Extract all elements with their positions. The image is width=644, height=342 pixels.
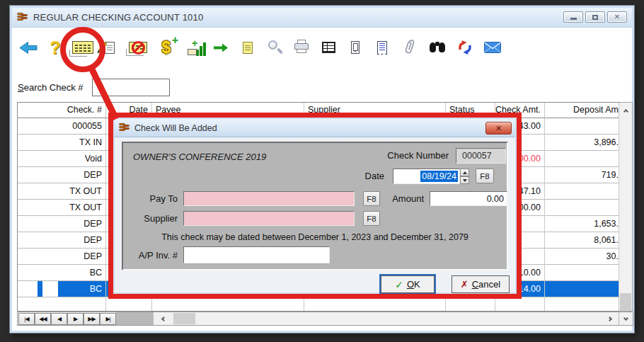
supplier-label: Supplier (123, 211, 178, 227)
vertical-scrollbar[interactable] (619, 102, 633, 312)
date-range-note: This check may be dated between December… (123, 232, 507, 242)
supplier-f8-button[interactable]: F8 (363, 211, 380, 226)
date-field[interactable]: 08/19/24 (393, 169, 460, 184)
minimize-icon (570, 18, 577, 20)
supplier-field[interactable] (183, 211, 355, 226)
check-number-label: Check Number (364, 148, 449, 164)
column-header[interactable]: Deposit Am (545, 103, 619, 118)
cell-check-no[interactable]: TX OUT (18, 183, 106, 200)
column-header[interactable]: Date (106, 103, 152, 118)
cell-check-no[interactable]: BC (18, 281, 106, 297)
pay-to-f8-button[interactable]: F8 (363, 191, 380, 206)
cell-empty (18, 297, 106, 312)
vcr-buttons: |◀◀◀◀▶▶▶▶| (18, 312, 116, 325)
cell-deposit[interactable] (545, 200, 619, 216)
cell-deposit[interactable] (545, 118, 619, 135)
dialog-title: Check Will Be Added (134, 123, 217, 133)
cell-empty (446, 297, 495, 312)
void-check-icon[interactable] (127, 37, 149, 58)
find-icon[interactable] (427, 37, 448, 58)
pay-to-field[interactable] (183, 191, 355, 206)
receipt-icon[interactable] (372, 37, 393, 58)
cell-deposit[interactable]: 8,061. (545, 232, 619, 249)
ok-check-icon: ✓ (395, 279, 403, 290)
nav-button-5[interactable]: ▶| (100, 313, 116, 325)
back-icon[interactable] (18, 37, 39, 58)
date-spinner (460, 169, 469, 184)
cell-check-no[interactable]: DEP (18, 167, 106, 183)
cell-empty (152, 297, 304, 312)
sync-icon[interactable] (454, 37, 476, 58)
print-icon[interactable] (291, 37, 312, 58)
close-button[interactable]: ✕ (607, 11, 627, 23)
cell-deposit[interactable]: 3,896. (545, 135, 619, 151)
check-number-field: 000057 (456, 148, 506, 164)
date-f8-button[interactable]: F8 (476, 169, 494, 183)
attach-icon[interactable] (399, 37, 420, 58)
ok-button[interactable]: ✓ OK (381, 275, 435, 293)
email-icon[interactable] (482, 37, 503, 58)
cell-deposit[interactable]: 30. (545, 249, 619, 265)
cell-check-no[interactable]: DEP (18, 216, 106, 232)
restore-button[interactable] (585, 11, 605, 23)
cell-deposit[interactable] (545, 183, 619, 200)
column-header[interactable]: Status (446, 103, 495, 118)
cell-empty (106, 297, 152, 312)
cell-deposit[interactable] (545, 265, 619, 281)
cell-check-no[interactable]: 000055 (18, 118, 106, 135)
memo-text: OWNER'S CONFERENCE 2019 (133, 152, 266, 162)
title-bar[interactable]: REGULAR CHECKING ACCOUNT 1010 ✕ (12, 8, 632, 28)
cell-check-no[interactable]: BC (18, 265, 106, 281)
column-header[interactable]: Supplier (304, 103, 446, 118)
cancel-button[interactable]: ✗ Cancel (452, 275, 510, 293)
deposit-icon[interactable]: + (186, 37, 207, 58)
column-header[interactable]: Check. # (18, 103, 106, 118)
column-header[interactable]: Payee (152, 103, 304, 118)
search-icon[interactable] (264, 37, 285, 58)
scroll-right-arrow-icon[interactable] (600, 317, 619, 321)
ap-inv-label: A/P Inv. # (123, 248, 178, 263)
table-header: Check. #DatePayeeSupplierStatusCheck Amt… (18, 103, 619, 118)
desktop-background: REGULAR CHECKING ACCOUNT 1010 ✕ ? $+ + S… (0, 0, 644, 342)
cell-check-no[interactable]: DEP (18, 249, 106, 265)
help-icon[interactable]: ? (45, 37, 66, 58)
cell-check-no[interactable]: Void (18, 151, 106, 167)
edit-check-icon[interactable] (99, 37, 120, 58)
switch-icon[interactable] (345, 37, 366, 58)
cell-check-no[interactable]: TX IN (18, 135, 106, 151)
vertical-scroll-thumb[interactable] (620, 293, 631, 311)
new-check-icon[interactable] (72, 37, 93, 58)
dialog-panel: OWNER'S CONFERENCE 2019 Check Number 000… (122, 142, 508, 270)
cell-deposit[interactable]: 1,653. (545, 216, 619, 232)
dialog-icon (119, 122, 130, 133)
report-icon[interactable] (237, 37, 258, 58)
cell-empty (545, 297, 619, 312)
spinner-up-icon[interactable] (460, 169, 469, 176)
nav-button-0[interactable]: |◀ (18, 313, 35, 325)
forward-icon[interactable] (210, 37, 231, 58)
scroll-down-arrow-icon[interactable] (619, 312, 633, 325)
horizontal-scroll-thumb[interactable] (173, 313, 195, 324)
scroll-left-arrow-icon[interactable] (154, 317, 173, 321)
dialog-close-button[interactable]: ✕ (485, 122, 512, 135)
amount-field[interactable]: 0.00 (430, 191, 507, 206)
date-label: Date (350, 169, 384, 184)
search-check-input[interactable] (92, 79, 170, 96)
nav-button-2[interactable]: ◀ (51, 313, 67, 325)
nav-button-3[interactable]: ▶ (67, 313, 84, 325)
cell-check-no[interactable]: DEP (18, 232, 106, 249)
cell-check-no[interactable]: TX OUT (18, 200, 106, 216)
scroll-up-arrow-icon[interactable] (619, 103, 632, 118)
add-dollar-icon[interactable]: $+ (156, 37, 177, 58)
ledger-icon[interactable] (318, 37, 339, 58)
dialog-title-bar[interactable]: Check Will Be Added ✕ (115, 119, 515, 137)
cell-deposit[interactable] (545, 281, 619, 297)
cell-deposit[interactable]: 719. (545, 167, 619, 183)
ap-inv-field[interactable] (183, 246, 330, 263)
cell-deposit[interactable] (545, 151, 619, 167)
nav-button-1[interactable]: ◀◀ (35, 313, 51, 325)
minimize-button[interactable] (563, 11, 583, 23)
column-header[interactable]: Check Amt. (495, 103, 545, 118)
spinner-down-icon[interactable] (460, 176, 469, 184)
nav-button-4[interactable]: ▶▶ (84, 313, 100, 325)
